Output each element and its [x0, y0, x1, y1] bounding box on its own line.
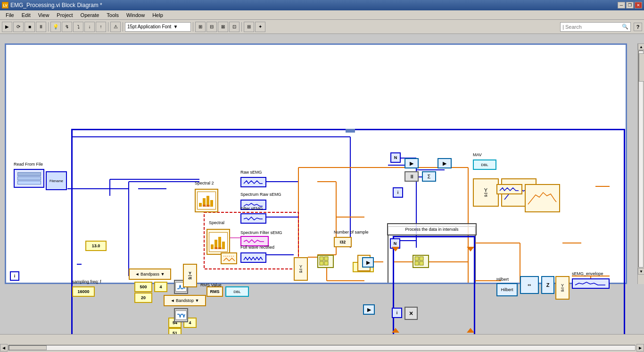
resize-button[interactable]: ⊠ — [218, 22, 228, 32]
align-button[interactable]: ⊞ — [195, 22, 206, 32]
menu-project[interactable]: Project — [53, 11, 76, 19]
arrow-block4[interactable]: ▶ — [363, 304, 375, 315]
search-submit-icon[interactable]: 🔍 — [622, 24, 628, 30]
step-over-button[interactable]: ⤵ — [73, 22, 83, 32]
menu-file[interactable]: File — [2, 11, 18, 19]
search-input[interactable] — [565, 24, 622, 30]
i-frame2[interactable]: i — [392, 308, 402, 318]
horizontal-scrollbar[interactable]: ◀ ▶ — [0, 344, 644, 352]
run-continuously-button[interactable]: ⟳ — [13, 22, 24, 32]
step-out-button[interactable]: ↑ — [96, 22, 106, 32]
full-wave-block[interactable] — [221, 252, 237, 264]
font-selector[interactable]: 15pt Application Font ▼ — [125, 22, 191, 32]
i-frame[interactable]: i — [393, 187, 403, 198]
scroll-up-arrow[interactable]: ▲ — [638, 43, 644, 50]
value-16000[interactable]: 16000 — [72, 286, 95, 297]
scroll-right-arrow[interactable]: ▶ — [636, 344, 644, 352]
window-title: EMG_Processing.vi Block Diagram * — [10, 2, 102, 8]
integral-block1[interactable]: Y dt — [183, 264, 197, 287]
abort-button[interactable]: ■ — [25, 22, 35, 32]
reorder-button[interactable]: ⊡ — [229, 22, 239, 32]
scroll-down-arrow[interactable]: ▼ — [638, 268, 644, 275]
read-from-file-block[interactable] — [14, 169, 44, 188]
help-button[interactable]: ? — [634, 23, 642, 31]
read-from-file-label: Read From File — [14, 162, 43, 167]
app-icon-text: LV — [3, 3, 8, 8]
statusbar — [0, 334, 644, 344]
menu-view[interactable]: View — [34, 11, 53, 19]
arrow-block1[interactable]: ▶ — [405, 158, 419, 168]
menu-tools[interactable]: Tools — [103, 11, 123, 19]
integral-block2[interactable]: Y dt — [294, 257, 308, 281]
rms-text: RMS — [210, 289, 220, 294]
shift-reg-block[interactable]: ⇔ — [520, 276, 539, 294]
rms-indicator[interactable]: DBL — [225, 286, 249, 297]
frame-i-text: i — [14, 274, 16, 278]
warn-button[interactable]: ⚠ — [110, 22, 121, 32]
hilbert-block[interactable]: Hilbert — [496, 283, 518, 296]
bandstop-block[interactable]: ◄ Bandstop ▼ — [164, 295, 206, 306]
n2-label: N — [394, 241, 397, 246]
matrix-block1[interactable] — [317, 255, 334, 268]
i32-block[interactable]: I32 — [334, 237, 352, 247]
bandpass-block[interactable]: ◄ Bandpass ▼ — [129, 268, 171, 280]
spectral2-block[interactable]: PEAK — [195, 189, 218, 212]
scroll-thumb-v[interactable] — [639, 53, 644, 82]
dbl-label: DBL — [481, 163, 488, 167]
restore-button[interactable]: ❐ — [626, 2, 634, 8]
svg-rect-72 — [415, 257, 419, 260]
mav-indicator[interactable]: DBL — [473, 159, 496, 170]
z-block[interactable]: Z — [541, 276, 554, 294]
menu-window[interactable]: Window — [123, 11, 149, 19]
value-500[interactable]: 500 — [134, 282, 152, 292]
arrow-block3[interactable]: ▶ — [362, 257, 374, 268]
pause-block[interactable]: ⏸ — [405, 171, 419, 182]
diagram-canvas[interactable]: Read From File Filename 13.0 sampling fr… — [5, 43, 627, 284]
retain-wire-button[interactable]: ↯ — [62, 22, 72, 32]
rms-block[interactable]: RMS — [206, 286, 223, 297]
value-4a[interactable]: 4 — [154, 282, 167, 292]
vertical-scrollbar[interactable]: ▲ ▼ — [637, 43, 644, 284]
integral-block3[interactable]: Y dt — [555, 276, 570, 300]
run-button[interactable]: ▶ — [2, 22, 12, 32]
filename-label: Filename — [50, 179, 63, 183]
highlight-button[interactable]: 💡 — [50, 22, 61, 32]
full-wave-indicator[interactable] — [240, 252, 266, 263]
value-13[interactable]: 13.0 — [85, 241, 107, 251]
raw-semg-indicator[interactable] — [240, 177, 266, 187]
close-button[interactable]: ✕ — [635, 2, 642, 8]
filename-block[interactable]: Filename — [46, 171, 67, 190]
wave-indicator2[interactable] — [496, 184, 522, 194]
frame-indicator-bottom: i — [10, 271, 19, 281]
i2-label: i — [396, 310, 398, 315]
distribute-button[interactable]: ⊟ — [206, 22, 217, 32]
arrow-block2[interactable]: ▶ — [438, 158, 452, 168]
svg-text:PEAK: PEAK — [203, 204, 210, 207]
scroll-left-arrow[interactable]: ◀ — [0, 344, 8, 352]
sum-block[interactable]: Σ — [422, 171, 436, 182]
scroll-thumb-h[interactable] — [9, 345, 47, 350]
step-into-button[interactable]: ↓ — [84, 22, 95, 32]
clean-button[interactable]: ✦ — [255, 22, 265, 32]
spectral-block[interactable]: PEAK — [206, 229, 230, 255]
semg-envelope-indicator[interactable] — [572, 278, 610, 289]
value-20[interactable]: 20 — [134, 293, 152, 303]
graph-indicator2[interactable] — [525, 184, 560, 212]
menu-operate[interactable]: Operate — [77, 11, 103, 19]
n-frame-top[interactable]: N — [390, 152, 401, 163]
mav-waveform[interactable]: Y dt — [473, 178, 499, 207]
svg-rect-57 — [199, 203, 202, 207]
menu-edit[interactable]: Edit — [18, 11, 34, 19]
minimize-button[interactable]: ─ — [618, 2, 625, 8]
filter-semg-indicator[interactable] — [240, 213, 266, 224]
multiply-block[interactable]: × — [405, 307, 418, 320]
titlebar-left: LV EMG_Processing.vi Block Diagram * — [2, 2, 102, 8]
menu-help[interactable]: Help — [149, 11, 167, 19]
matrix-block2[interactable] — [413, 255, 429, 268]
menubar: File Edit View Project Operate Tools Win… — [0, 10, 644, 20]
filter-icon2[interactable] — [174, 308, 188, 322]
pause-button[interactable]: ⏸ — [36, 22, 46, 32]
grid-button[interactable]: ⊞ — [244, 22, 254, 32]
search-box: | 🔍 — [560, 22, 631, 32]
svg-rect-69 — [324, 257, 328, 260]
